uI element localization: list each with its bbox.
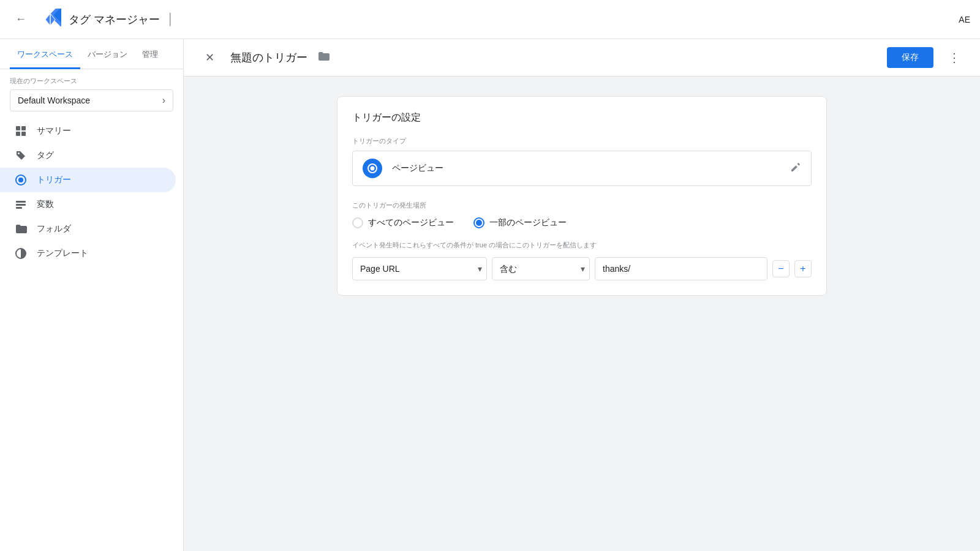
workspace-arrow-icon: › <box>162 95 165 106</box>
templates-icon <box>15 247 27 260</box>
variables-icon <box>15 198 27 211</box>
summary-label: サマリー <box>37 126 71 137</box>
form-card-title: トリガーの設定 <box>352 111 812 124</box>
condition-field-select[interactable]: Page URL <box>352 257 487 280</box>
sidebar-item-templates[interactable]: テンプレート <box>0 241 176 266</box>
svg-point-9 <box>18 152 20 154</box>
triggers-label: トリガー <box>37 174 71 186</box>
svg-rect-8 <box>21 132 26 136</box>
edit-trigger-type-icon[interactable] <box>790 162 801 175</box>
nav-list: サマリー タグ トリガー 変数 <box>0 114 183 271</box>
condition-label: イベント発生時にこれらすべての条件が true の場合にこのトリガーを配信します <box>352 241 812 250</box>
drawer-header: ✕ 無題のトリガー 保存 ⋮ <box>184 39 980 77</box>
header-title: タグ マネージャー <box>69 12 160 27</box>
close-icon: ✕ <box>205 51 214 64</box>
folders-label: フォルダ <box>37 223 71 234</box>
svg-rect-13 <box>16 204 26 206</box>
svg-rect-14 <box>16 207 22 209</box>
back-icon: ← <box>15 13 26 26</box>
header-subtitle: │ <box>167 13 180 26</box>
nav-tabs: ワークスペース バージョン 管理 <box>0 39 183 69</box>
radio-some-inner <box>476 220 482 226</box>
condition-row: Page URL ▾ 含む ▾ − + <box>352 257 812 280</box>
radio-some-outer <box>473 217 484 228</box>
triggers-icon <box>15 174 27 186</box>
summary-icon <box>15 125 27 137</box>
remove-condition-button[interactable]: − <box>772 260 790 277</box>
tab-admin[interactable]: 管理 <box>135 39 165 69</box>
workspace-section: 現在のワークスペース Default Workspace › <box>0 69 183 114</box>
content-area: トリガー ✕ 無題のトリガー 保存 ⋮ <box>184 39 980 551</box>
sidebar-item-tags[interactable]: タグ <box>0 143 176 168</box>
sidebar: ワークスペース バージョン 管理 現在のワークスペース Default Work… <box>0 39 184 551</box>
workspace-selector[interactable]: Default Workspace › <box>10 89 173 111</box>
radio-all-pageviews[interactable]: すべてのページビュー <box>352 217 454 228</box>
tags-icon <box>15 149 27 162</box>
condition-operator-wrapper: 含む ▾ <box>492 257 590 280</box>
sidebar-item-summary[interactable]: サマリー <box>0 119 176 143</box>
workspace-name: Default Workspace <box>18 96 90 105</box>
radio-all-label: すべてのページビュー <box>368 217 454 228</box>
svg-rect-5 <box>16 126 20 130</box>
condition-operator-select[interactable]: 含む <box>492 257 590 280</box>
save-button[interactable]: 保存 <box>887 47 933 68</box>
back-button[interactable]: ← <box>10 9 32 31</box>
sidebar-item-variables[interactable]: 変数 <box>0 192 176 217</box>
radio-all-outer <box>352 217 363 228</box>
top-header: ← タグ マネージャー │ AE <box>0 0 980 39</box>
header-account: AE <box>959 15 970 24</box>
variables-label: 変数 <box>37 199 54 210</box>
tags-label: タグ <box>37 150 54 161</box>
sidebar-item-triggers[interactable]: トリガー <box>0 168 176 192</box>
svg-point-17 <box>371 167 375 171</box>
radio-some-pageviews[interactable]: 一部のページビュー <box>473 217 567 228</box>
trigger-type-icon <box>363 159 382 178</box>
svg-rect-6 <box>21 126 26 130</box>
templates-label: テンプレート <box>37 248 88 259</box>
radio-some-label: 一部のページビュー <box>489 217 567 228</box>
svg-point-11 <box>18 178 23 182</box>
condition-field-wrapper: Page URL ▾ <box>352 257 487 280</box>
close-button[interactable]: ✕ <box>198 47 221 69</box>
trigger-type-selector[interactable]: ページビュー <box>352 151 812 186</box>
occurrence-label: このトリガーの発生場所 <box>352 201 812 210</box>
svg-rect-12 <box>16 201 26 203</box>
folders-icon <box>15 223 27 235</box>
more-icon: ⋮ <box>948 50 960 65</box>
workspace-section-label: 現在のワークスペース <box>10 77 173 86</box>
trigger-form-card: トリガーの設定 トリガーのタイプ ページビュー このトリガーの発生場所 <box>337 96 827 296</box>
drawer-title: 無題のトリガー <box>230 50 307 65</box>
trigger-type-name: ページビュー <box>392 163 780 174</box>
more-button[interactable]: ⋮ <box>943 47 965 69</box>
sidebar-item-folders[interactable]: フォルダ <box>0 217 176 241</box>
trigger-type-label: トリガーのタイプ <box>352 137 812 146</box>
main-layout: ワークスペース バージョン 管理 現在のワークスペース Default Work… <box>0 39 980 551</box>
add-condition-button[interactable]: + <box>794 260 812 277</box>
tab-version[interactable]: バージョン <box>80 39 135 69</box>
trigger-drawer: ✕ 無題のトリガー 保存 ⋮ トリガーの設定 トリガーのタイプ <box>184 39 980 551</box>
gtm-logo <box>39 9 61 31</box>
folder-icon <box>317 50 330 66</box>
drawer-content: トリガーの設定 トリガーのタイプ ページビュー このトリガーの発生場所 <box>184 77 980 551</box>
tab-workspace[interactable]: ワークスペース <box>10 39 80 69</box>
radio-group: すべてのページビュー 一部のページビュー <box>352 217 812 228</box>
svg-rect-7 <box>16 132 20 136</box>
condition-value-input[interactable] <box>595 257 767 280</box>
